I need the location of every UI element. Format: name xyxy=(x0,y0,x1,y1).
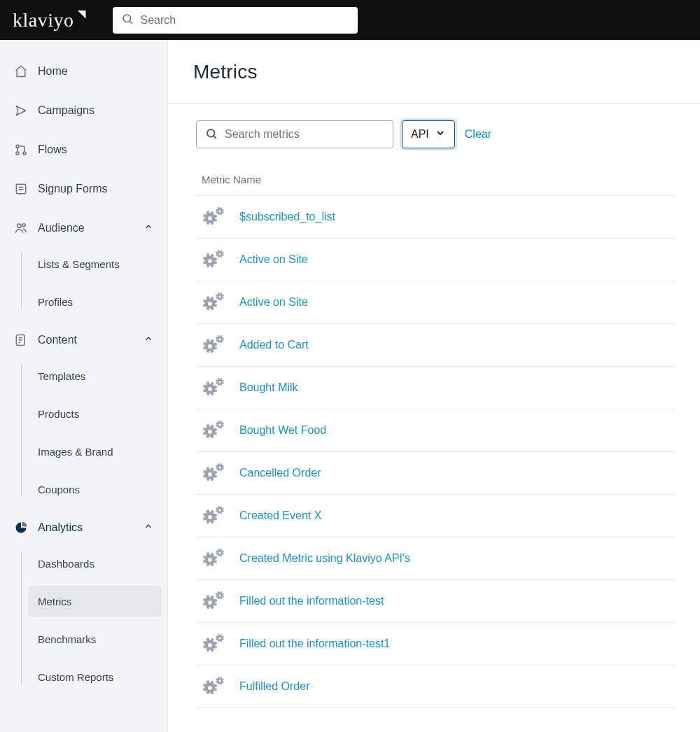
metric-link[interactable]: Active on Site xyxy=(239,296,308,309)
sidebar-sub-profiles[interactable]: Profiles xyxy=(28,286,162,317)
main: Metrics API Clear Metric Name xyxy=(168,40,700,732)
page-title: Metrics xyxy=(193,61,675,83)
svg-point-4 xyxy=(16,152,19,155)
sidebar-item-label: Content xyxy=(38,334,77,346)
gears-icon xyxy=(202,293,225,312)
topbar: klaviyo xyxy=(0,0,700,40)
svg-point-3 xyxy=(23,152,26,155)
metric-row: Filled out the information-test1 xyxy=(196,622,675,665)
metric-row: Bought Wet Food xyxy=(196,409,675,451)
form-icon xyxy=(14,182,28,196)
svg-point-2 xyxy=(16,145,19,148)
sidebar-sub-dashboards[interactable]: Dashboards xyxy=(28,548,162,579)
clear-link[interactable]: Clear xyxy=(465,128,491,141)
search-icon xyxy=(205,127,218,142)
metric-row: Active on Site xyxy=(196,281,675,323)
page-header: Metrics xyxy=(168,40,700,104)
metric-link[interactable]: Active on Site xyxy=(239,253,308,266)
metric-link[interactable]: $subscribed_to_list xyxy=(239,211,335,223)
gears-icon xyxy=(202,335,225,355)
sidebar-sub-coupons[interactable]: Coupons xyxy=(28,474,162,505)
global-search[interactable] xyxy=(113,7,358,34)
gears-icon xyxy=(202,591,225,611)
metric-row: Filled out the information-test xyxy=(196,579,675,622)
sidebar-sub-benchmarks[interactable]: Benchmarks xyxy=(28,624,162,654)
metric-row: Bought Milk xyxy=(196,366,675,409)
gears-icon xyxy=(202,634,225,654)
brand-logo: klaviyo xyxy=(13,9,85,31)
sidebar-item-content[interactable]: Content xyxy=(6,324,162,356)
sidebar-item-audience[interactable]: Audience xyxy=(6,212,162,244)
metric-row: Added to Cart xyxy=(196,323,675,366)
metric-link[interactable]: Cancelled Order xyxy=(239,467,321,479)
home-icon xyxy=(14,64,28,78)
sidebar-item-label: Audience xyxy=(38,222,85,234)
gears-icon xyxy=(202,250,225,269)
sidebar-sub-templates[interactable]: Templates xyxy=(28,360,162,391)
sidebar-item-flows[interactable]: Flows xyxy=(6,134,162,166)
chevron-up-icon xyxy=(144,222,153,234)
sidebar-sub-audience: Lists & Segments Profiles xyxy=(6,248,162,317)
metric-row: Cancelled Order xyxy=(196,451,675,494)
gears-icon xyxy=(202,463,225,483)
chevron-down-icon xyxy=(435,127,446,141)
gears-icon xyxy=(202,677,225,696)
metrics-search[interactable] xyxy=(196,120,393,148)
sidebar-item-label: Signup Forms xyxy=(38,183,108,195)
metric-row: $subscribed_to_list xyxy=(196,195,675,238)
content-icon xyxy=(14,333,28,347)
sidebar-sub-content: Templates Products Images & Brand Coupon… xyxy=(6,360,162,505)
filter-dropdown[interactable]: API xyxy=(402,120,455,148)
sidebar-sub-images-brand[interactable]: Images & Brand xyxy=(28,436,162,467)
controls-row: API Clear xyxy=(168,104,700,155)
metric-link[interactable]: Filled out the information-test1 xyxy=(239,638,390,650)
flows-icon xyxy=(14,143,28,157)
column-header-metric-name: Metric Name xyxy=(196,162,675,195)
svg-rect-5 xyxy=(16,184,25,193)
metric-link[interactable]: Added to Cart xyxy=(239,339,309,351)
users-icon xyxy=(14,221,28,235)
sidebar-sub-products[interactable]: Products xyxy=(28,398,162,429)
sidebar-sub-metrics[interactable]: Metrics xyxy=(28,586,162,617)
sidebar-item-label: Home xyxy=(38,65,68,78)
filter-label: API xyxy=(411,128,429,141)
gears-icon xyxy=(202,378,225,397)
send-icon xyxy=(14,104,28,118)
svg-point-14 xyxy=(207,129,215,137)
metrics-list: Metric Name $subscribed_to_list Active o… xyxy=(168,155,700,729)
sidebar: Home Campaigns Flows xyxy=(0,40,168,732)
metrics-search-input[interactable] xyxy=(225,128,384,141)
gears-icon xyxy=(202,506,225,526)
metric-row: Active on Site xyxy=(196,238,675,281)
sidebar-item-campaigns[interactable]: Campaigns xyxy=(6,94,162,127)
metric-link[interactable]: Created Event X xyxy=(239,509,321,522)
sidebar-item-label: Analytics xyxy=(38,521,83,534)
svg-point-8 xyxy=(18,224,21,227)
sidebar-sub-custom-reports[interactable]: Custom Reports xyxy=(28,661,162,692)
sidebar-item-home[interactable]: Home xyxy=(6,55,162,87)
svg-line-15 xyxy=(214,136,216,138)
svg-line-1 xyxy=(130,21,132,23)
metric-link[interactable]: Bought Milk xyxy=(239,381,298,394)
sidebar-sub-analytics: Dashboards Metrics Benchmarks Custom Rep… xyxy=(6,548,162,692)
metric-link[interactable]: Bought Wet Food xyxy=(239,424,326,437)
metric-row: Created Metric using Klaviyo API's xyxy=(196,537,675,579)
metric-link[interactable]: Filled out the information-test xyxy=(239,595,384,607)
svg-point-9 xyxy=(22,224,25,227)
metric-link[interactable]: Created Metric using Klaviyo API's xyxy=(239,552,410,565)
metric-link[interactable]: Fulfilled Order xyxy=(239,680,309,693)
global-search-input[interactable] xyxy=(141,14,349,27)
sidebar-item-signup-forms[interactable]: Signup Forms xyxy=(6,173,162,205)
search-icon xyxy=(121,13,134,27)
chevron-up-icon xyxy=(144,334,153,346)
pie-chart-icon xyxy=(14,521,28,535)
sidebar-item-label: Flows xyxy=(38,143,67,156)
svg-point-0 xyxy=(123,15,131,22)
chevron-up-icon xyxy=(144,521,153,534)
sidebar-item-label: Campaigns xyxy=(38,104,94,117)
gears-icon xyxy=(202,421,225,440)
sidebar-item-analytics[interactable]: Analytics xyxy=(6,512,162,544)
sidebar-sub-lists-segments[interactable]: Lists & Segments xyxy=(28,248,162,279)
gears-icon xyxy=(202,207,225,227)
metric-row: Created Event X xyxy=(196,494,675,537)
